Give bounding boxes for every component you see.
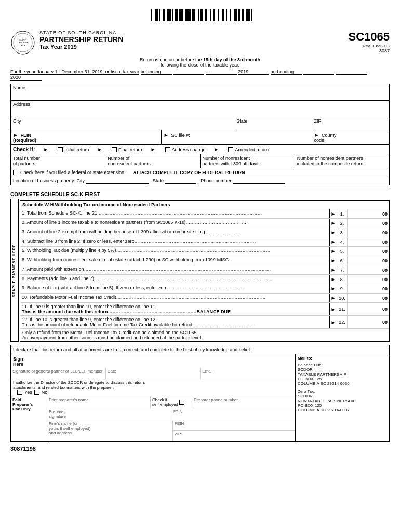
- line-amount-6[interactable]: 00: [348, 256, 389, 265]
- svg-rect-33: [193, 9, 194, 21]
- prep-zip[interactable]: ZIP: [173, 431, 295, 441]
- line-amount-3[interactable]: 00: [348, 228, 389, 237]
- final-return-check[interactable]: Final return: [112, 147, 142, 152]
- nonresident-partners: Number of nonresident partners:: [105, 154, 200, 168]
- name-address-section: Name Address City State ZIP: [10, 84, 390, 130]
- line-amount-11[interactable]: 00: [348, 303, 389, 315]
- prep-fein[interactable]: FEIN: [173, 420, 295, 430]
- line-row-1: 1. Total from Schedule SC-K, line 21 …………: [20, 209, 389, 219]
- line-amount-7[interactable]: 00: [348, 265, 389, 274]
- line-amount-10[interactable]: 00: [348, 294, 389, 302]
- no-checkbox[interactable]: [34, 390, 39, 395]
- svg-rect-73: [246, 9, 247, 21]
- svg-rect-49: [214, 9, 215, 21]
- svg-rect-38: [200, 9, 201, 21]
- line-number-1: 1.: [337, 209, 348, 218]
- svg-rect-34: [194, 9, 195, 21]
- tax-year: Tax Year 2019: [39, 44, 327, 50]
- preparer-row: Paid Preparer's Use Only Print preparer'…: [11, 396, 295, 441]
- sig-field[interactable]: Signature of general partner or LLC/LLP …: [11, 368, 106, 379]
- line-row-8: 8. Payments (add line 6 and line 7)………………: [20, 275, 389, 284]
- prep-name[interactable]: Print preparer's name: [47, 396, 151, 408]
- due-date-text: Return is due on or before the 15th day …: [10, 57, 390, 68]
- declaration-text: I declare that this return and all attac…: [11, 345, 389, 354]
- line-amount-12[interactable]: 00: [348, 316, 389, 328]
- amended-return-check[interactable]: Amended return: [228, 147, 269, 152]
- composite-partners: Number of nonresident partners included …: [295, 154, 389, 168]
- svg-rect-40: [202, 9, 203, 21]
- line-amount-5[interactable]: 00: [348, 247, 389, 256]
- self-employed-check[interactable]: Check if self-employed: [152, 397, 190, 407]
- svg-rect-52: [218, 9, 219, 21]
- final-return-checkbox[interactable]: [112, 147, 117, 152]
- prep-ptin[interactable]: PTIN: [171, 408, 295, 420]
- initial-return-check[interactable]: Initial return: [58, 147, 89, 152]
- svg-rect-15: [169, 9, 170, 21]
- prep-check-self[interactable]: Check if self-employed: [151, 396, 192, 408]
- svg-rect-59: [228, 9, 228, 21]
- line-row-11: 11. If line 9 is greater than line 10, e…: [20, 303, 389, 316]
- line-amount-2[interactable]: 00: [348, 219, 389, 228]
- self-employed-checkbox[interactable]: [179, 400, 184, 405]
- line-amount-1[interactable]: 00: [348, 209, 389, 218]
- prep-firm[interactable]: Firm's name (or yours if self-employed) …: [47, 420, 173, 441]
- sc-file-field: ► SC file #:: [162, 130, 312, 144]
- schedule-wh-container: STAPLE PAYMENT HERE Schedule W-H Withhol…: [10, 199, 390, 342]
- svg-rect-35: [196, 9, 196, 21]
- year-line: For the year January 1 - December 31, 20…: [10, 69, 390, 81]
- svg-rect-60: [229, 9, 229, 21]
- line-number-9: 9.: [337, 284, 348, 293]
- line-number-5: 5.: [337, 247, 348, 256]
- prep-sig[interactable]: Preparer signature: [47, 408, 171, 420]
- svg-rect-46: [210, 9, 211, 21]
- svg-rect-45: [209, 9, 209, 21]
- svg-rect-23: [180, 9, 181, 21]
- svg-rect-70: [242, 9, 243, 21]
- svg-rect-55: [222, 9, 223, 21]
- fein-field: ► FEIN (Required):: [11, 130, 162, 144]
- prep-phone[interactable]: Preparer phone number: [192, 396, 295, 408]
- line-amount-9[interactable]: 00: [348, 284, 389, 293]
- svg-rect-27: [185, 9, 186, 21]
- initial-return-checkbox[interactable]: [58, 147, 63, 152]
- svg-rect-31: [190, 9, 191, 21]
- sig-date[interactable]: Date: [106, 368, 201, 379]
- line-amount-8[interactable]: 00: [348, 275, 389, 284]
- amended-return-checkbox[interactable]: [228, 147, 233, 152]
- preparer-section: Paid Preparer's Use Only Print preparer'…: [11, 396, 295, 441]
- svg-rect-64: [234, 9, 235, 21]
- form-number-block: SC1065 (Rev. 10/22/19) 3087: [327, 30, 390, 54]
- header-text: STATE OF SOUTH CAROLINA PARTNERSHIP RETU…: [39, 30, 327, 50]
- svg-rect-4: [155, 9, 156, 21]
- line-amount-4[interactable]: 00: [348, 237, 389, 246]
- line-row-6: 6. Withholding from nonresident sale of …: [20, 256, 389, 265]
- svg-rect-10: [163, 9, 164, 21]
- address-change-checkbox[interactable]: [165, 147, 170, 152]
- address-field: Address: [11, 101, 389, 117]
- divider: [10, 188, 390, 188]
- revision: (Rev. 10/22/19): [327, 44, 390, 48]
- svg-rect-68: [239, 9, 240, 21]
- svg-rect-24: [181, 9, 182, 21]
- zero-tax-label: Zero Tax:: [298, 389, 387, 394]
- sig-email[interactable]: Email: [201, 368, 295, 379]
- yes-checkbox[interactable]: [17, 390, 22, 395]
- mail-to-section: Mail to: Balance Due: SCDOR TAXABLE PART…: [296, 354, 389, 441]
- line-arrow-4: ►: [330, 237, 337, 246]
- svg-rect-18: [174, 9, 174, 21]
- line-row-2: 2. Amount of line 1 income taxable to no…: [20, 219, 389, 228]
- i309-partners: Number of nonresident partners with I-30…: [201, 154, 295, 168]
- address-change-check[interactable]: Address change: [165, 147, 206, 152]
- line-number-6: 6.: [337, 256, 348, 265]
- svg-rect-57: [225, 9, 225, 21]
- schedule-box: Schedule W-H Withholding Tax on Income o…: [20, 200, 390, 342]
- line-number-11: 11.: [337, 303, 348, 315]
- line-desc-7: 7. Amount paid with extension………………………………: [20, 265, 330, 274]
- svg-rect-26: [184, 9, 184, 21]
- svg-rect-13: [167, 9, 168, 21]
- state-field: State: [234, 117, 312, 130]
- line-desc-12: 12. If line 10 is greater than line 9, e…: [20, 316, 330, 328]
- svg-rect-30: [189, 9, 190, 21]
- extension-checkbox[interactable]: [13, 170, 18, 175]
- svg-rect-43: [206, 9, 207, 21]
